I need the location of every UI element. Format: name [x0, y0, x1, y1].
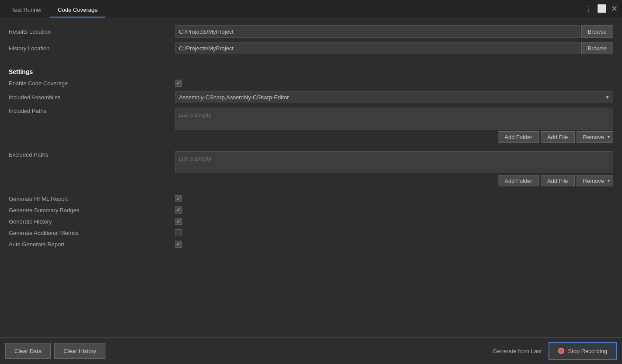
included-paths-add-folder-button[interactable]: Add Folder — [498, 131, 539, 143]
excluded-paths-label: Excluded Paths — [9, 151, 175, 158]
included-paths-remove-button[interactable]: Remove — [577, 131, 613, 143]
history-location-label: History Location — [9, 45, 175, 52]
included-assemblies-label: Included Assemblies — [9, 94, 175, 101]
enable-code-coverage-label: Enable Code Coverage — [9, 80, 175, 87]
generate-additional-metrics-label: Generate Additional Metrics — [9, 230, 175, 236]
clear-data-button[interactable]: Clear Data — [5, 343, 51, 359]
generate-summary-badges-checkbox[interactable] — [175, 206, 182, 214]
title-bar: Test Runner Code Coverage ⋮ ⬜ ✕ — [0, 0, 622, 18]
generate-html-report-row: Generate HTML Report — [9, 195, 613, 202]
generate-from-last-button[interactable]: Generate from Last — [493, 348, 542, 354]
excluded-paths-section: Excluded Paths List is Empty Add Folder … — [9, 151, 613, 192]
menu-icon[interactable]: ⋮ — [585, 5, 593, 13]
results-location-browse-button[interactable]: Browse — [581, 25, 613, 38]
stop-recording-label: Stop Recording — [568, 348, 607, 354]
history-location-input[interactable] — [175, 42, 580, 54]
generate-history-row: Generate History — [9, 218, 613, 225]
excluded-paths-add-folder-button[interactable]: Add Folder — [498, 175, 539, 186]
history-location-row: History Location Browse — [9, 42, 613, 54]
included-paths-label: Included Paths — [9, 108, 175, 114]
generate-summary-badges-label: Generate Summary Badges — [9, 207, 175, 214]
generate-additional-metrics-row: Generate Additional Metrics — [9, 229, 613, 236]
included-paths-listbox[interactable]: List is Empty — [175, 108, 613, 130]
auto-generate-report-label: Auto Generate Report — [9, 241, 175, 248]
excluded-paths-buttons: Add Folder Add File Remove — [9, 175, 613, 186]
history-location-browse-button[interactable]: Browse — [581, 42, 613, 54]
included-assemblies-select[interactable]: Assembly-CSharp,Assembly-CSharp-Editor — [175, 91, 613, 103]
settings-heading: Settings — [9, 68, 613, 75]
included-assemblies-dropdown-wrapper: Assembly-CSharp,Assembly-CSharp-Editor ▼ — [175, 91, 613, 103]
generate-html-report-label: Generate HTML Report — [9, 196, 175, 202]
included-paths-row: Included Paths List is Empty — [9, 108, 613, 130]
main-content: Results Location Browse History Location… — [0, 18, 622, 337]
generate-html-report-checkbox[interactable] — [175, 195, 182, 202]
excluded-paths-listbox[interactable]: List is Empty — [175, 151, 613, 173]
maximize-icon[interactable]: ⬜ — [597, 5, 607, 13]
included-assemblies-row: Included Assemblies Assembly-CSharp,Asse… — [9, 91, 613, 103]
enable-code-coverage-checkbox[interactable] — [175, 80, 182, 87]
results-location-input[interactable] — [175, 25, 580, 38]
tab-code-coverage[interactable]: Code Coverage — [50, 3, 105, 18]
stop-recording-button[interactable]: Stop Recording — [549, 342, 617, 360]
results-location-label: Results Location — [9, 28, 175, 35]
excluded-paths-remove-button[interactable]: Remove — [577, 175, 613, 186]
auto-generate-report-checkbox[interactable] — [175, 241, 182, 248]
enable-code-coverage-row: Enable Code Coverage — [9, 80, 613, 87]
results-location-row: Results Location Browse — [9, 25, 613, 38]
tab-test-runner[interactable]: Test Runner — [3, 3, 50, 18]
bottom-bar: Clear Data Clear History Generate from L… — [0, 337, 622, 364]
generate-history-checkbox[interactable] — [175, 218, 182, 225]
included-paths-add-file-button[interactable]: Add File — [541, 131, 575, 143]
generate-history-label: Generate History — [9, 218, 175, 225]
enable-code-coverage-checkbox-wrapper — [175, 80, 182, 87]
excluded-paths-add-file-button[interactable]: Add File — [541, 175, 575, 186]
record-icon — [558, 348, 564, 354]
included-paths-section: Included Paths List is Empty Add Folder … — [9, 108, 613, 149]
auto-generate-report-row: Auto Generate Report — [9, 241, 613, 248]
included-paths-buttons: Add Folder Add File Remove — [9, 131, 613, 143]
excluded-paths-row: Excluded Paths List is Empty — [9, 151, 613, 173]
window-controls: ⋮ ⬜ ✕ — [585, 5, 618, 13]
generate-additional-metrics-checkbox[interactable] — [175, 229, 182, 236]
clear-history-button[interactable]: Clear History — [54, 343, 105, 359]
close-icon[interactable]: ✕ — [611, 5, 618, 13]
generate-summary-badges-row: Generate Summary Badges — [9, 206, 613, 214]
